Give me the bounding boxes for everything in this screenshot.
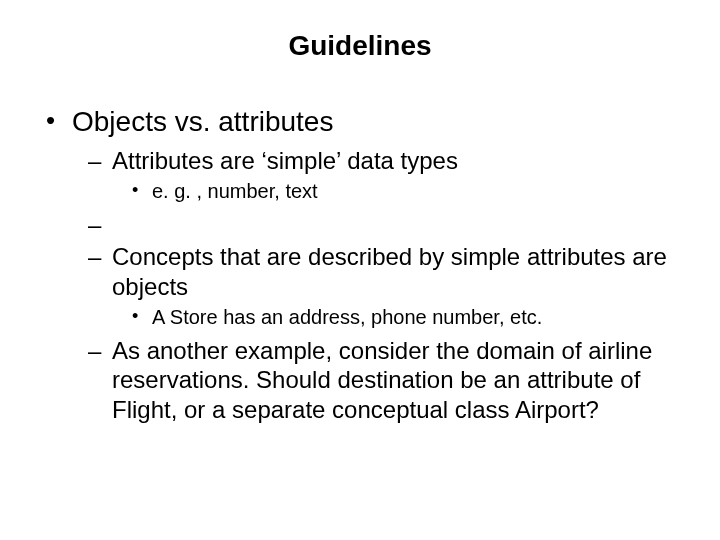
bullet-l3-text: e. g. , number, text: [152, 180, 318, 202]
bullet-list-level-2: Attributes are ‘simple’ data types e. g.…: [84, 146, 692, 424]
bullet-l2-text: Attributes are ‘simple’ data types: [112, 147, 458, 174]
slide: Guidelines Objects vs. attributes Attrib…: [0, 0, 720, 540]
bullet-l3-text: A Store has an address, phone number, et…: [152, 306, 542, 328]
bullet-list-level-1: Objects vs. attributes Attributes are ‘s…: [40, 106, 692, 424]
bullet-l1-item: Objects vs. attributes Attributes are ‘s…: [40, 106, 692, 424]
bullet-l3-item: e. g. , number, text: [130, 179, 692, 204]
bullet-l3-item: A Store has an address, phone number, et…: [130, 305, 692, 330]
bullet-l1-text: Objects vs. attributes: [72, 106, 333, 137]
bullet-l2-item: As another example, consider the domain …: [84, 336, 692, 424]
slide-title: Guidelines: [28, 30, 692, 62]
bullet-spacer: [84, 210, 692, 238]
bullet-l2-item: Attributes are ‘simple’ data types e. g.…: [84, 146, 692, 204]
bullet-l2-text: Concepts that are described by simple at…: [112, 243, 667, 299]
bullet-list-level-3: A Store has an address, phone number, et…: [130, 305, 692, 330]
bullet-l2-text: As another example, consider the domain …: [112, 337, 652, 423]
bullet-l2-item: Concepts that are described by simple at…: [84, 242, 692, 330]
bullet-list-level-3: e. g. , number, text: [130, 179, 692, 204]
